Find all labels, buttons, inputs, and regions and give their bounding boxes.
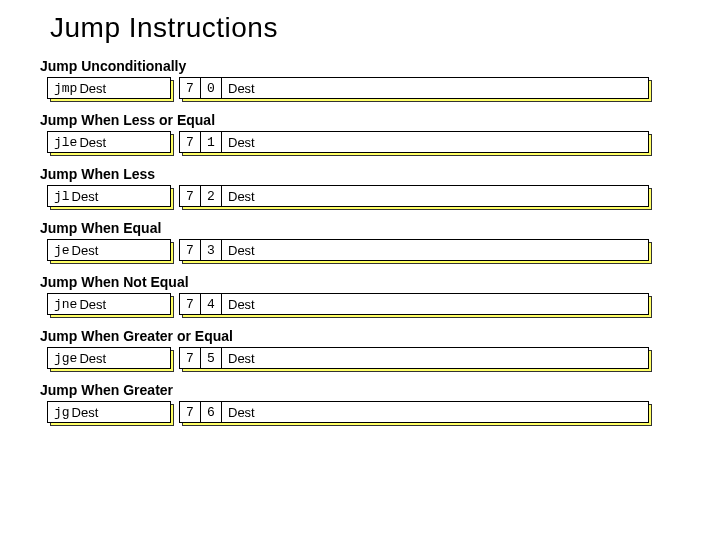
dest-cell: Dest [221, 131, 649, 153]
instruction-section: Jump When Less or Equaljle Dest71Dest [40, 112, 719, 160]
instruction-row: jne Dest74Dest [40, 292, 656, 322]
instruction-section: Jump When Equalje Dest73Dest [40, 220, 719, 268]
mnemonic-cell: jl Dest [47, 185, 171, 207]
mnemonic-code: jne [54, 297, 77, 312]
instruction-section: Jump When Greaterjg Dest76Dest [40, 382, 719, 430]
opcode-cell: 7 [179, 239, 201, 261]
opcode-cell: 7 [179, 347, 201, 369]
mnemonic-code: jge [54, 351, 77, 366]
instruction-row: jge Dest75Dest [40, 346, 656, 376]
function-code-cell: 2 [200, 185, 222, 207]
instruction-description: Jump When Equal [40, 220, 719, 236]
instruction-section: Jump Unconditionallyjmp Dest70Dest [40, 58, 719, 106]
mnemonic-operand: Dest [72, 243, 99, 258]
instruction-description: Jump When Less [40, 166, 719, 182]
instruction-section: Jump When Not Equaljne Dest74Dest [40, 274, 719, 322]
function-code-cell: 6 [200, 401, 222, 423]
page-title: Jump Instructions [50, 12, 719, 44]
mnemonic-code: jle [54, 135, 77, 150]
instruction-description: Jump When Not Equal [40, 274, 719, 290]
opcode-cell: 7 [179, 185, 201, 207]
mnemonic-code: jmp [54, 81, 77, 96]
instruction-description: Jump When Greater [40, 382, 719, 398]
mnemonic-cell: jne Dest [47, 293, 171, 315]
mnemonic-cell: jg Dest [47, 401, 171, 423]
opcode-cell: 7 [179, 131, 201, 153]
mnemonic-code: jg [54, 405, 70, 420]
instruction-row: jmp Dest70Dest [40, 76, 656, 106]
dest-cell: Dest [221, 185, 649, 207]
opcode-cell: 7 [179, 401, 201, 423]
function-code-cell: 4 [200, 293, 222, 315]
dest-cell: Dest [221, 347, 649, 369]
instruction-description: Jump Unconditionally [40, 58, 719, 74]
mnemonic-code: je [54, 243, 70, 258]
mnemonic-cell: jle Dest [47, 131, 171, 153]
mnemonic-operand: Dest [79, 81, 106, 96]
function-code-cell: 0 [200, 77, 222, 99]
instruction-section: Jump When Lessjl Dest72Dest [40, 166, 719, 214]
opcode-cell: 7 [179, 77, 201, 99]
instruction-row: jle Dest71Dest [40, 130, 656, 160]
mnemonic-cell: jmp Dest [47, 77, 171, 99]
mnemonic-operand: Dest [79, 297, 106, 312]
dest-cell: Dest [221, 77, 649, 99]
mnemonic-operand: Dest [72, 405, 99, 420]
instruction-description: Jump When Greater or Equal [40, 328, 719, 344]
instruction-row: jg Dest76Dest [40, 400, 656, 430]
mnemonic-operand: Dest [79, 135, 106, 150]
instruction-section: Jump When Greater or Equaljge Dest75Dest [40, 328, 719, 376]
function-code-cell: 1 [200, 131, 222, 153]
opcode-cell: 7 [179, 293, 201, 315]
mnemonic-operand: Dest [72, 189, 99, 204]
instruction-row: je Dest73Dest [40, 238, 656, 268]
dest-cell: Dest [221, 293, 649, 315]
mnemonic-cell: jge Dest [47, 347, 171, 369]
instruction-description: Jump When Less or Equal [40, 112, 719, 128]
dest-cell: Dest [221, 401, 649, 423]
function-code-cell: 3 [200, 239, 222, 261]
dest-cell: Dest [221, 239, 649, 261]
function-code-cell: 5 [200, 347, 222, 369]
mnemonic-operand: Dest [79, 351, 106, 366]
mnemonic-cell: je Dest [47, 239, 171, 261]
mnemonic-code: jl [54, 189, 70, 204]
instruction-row: jl Dest72Dest [40, 184, 656, 214]
